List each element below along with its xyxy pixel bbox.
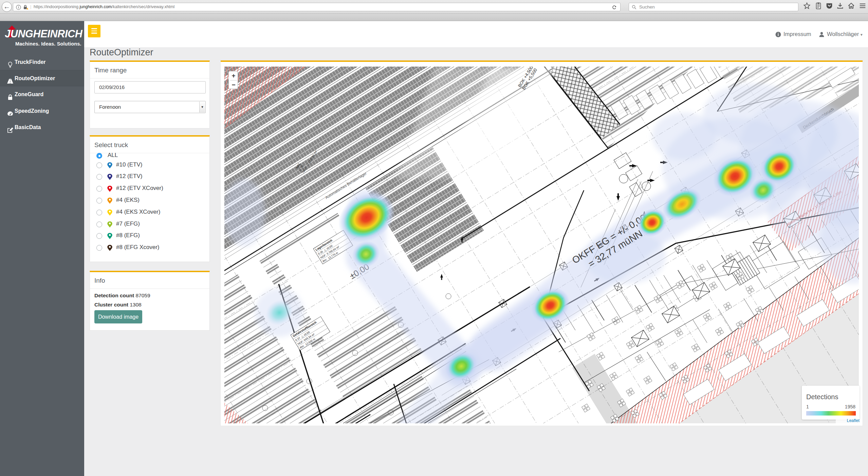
svg-text:JUNGHEINRICH: JUNGHEINRICH [5,28,83,39]
